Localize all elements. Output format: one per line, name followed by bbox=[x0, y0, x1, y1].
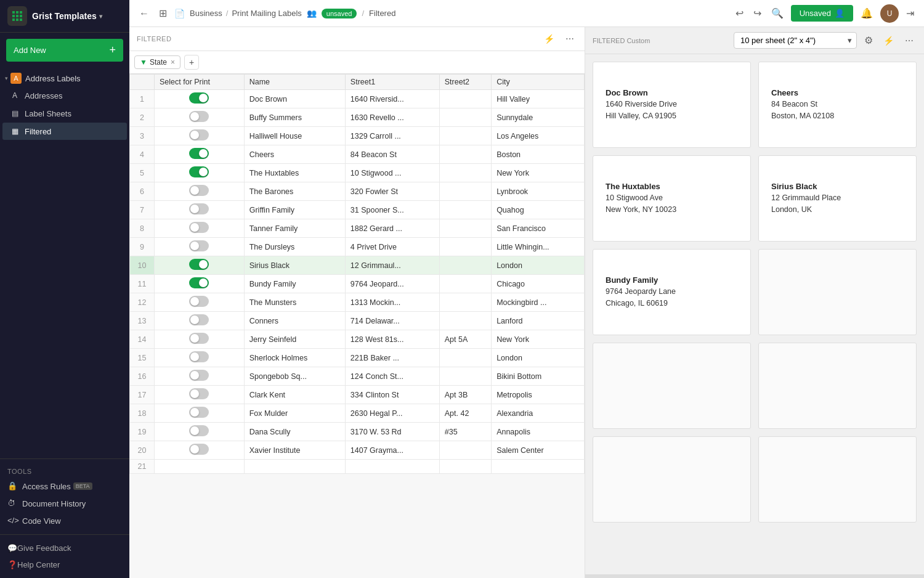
select-for-print-cell[interactable] bbox=[155, 349, 245, 367]
sidebar-item-document-history[interactable]: ⏱ Document History bbox=[0, 495, 129, 512]
app-title[interactable]: Grist Templates ▾ bbox=[32, 11, 102, 21]
right-panel-label: FILTERED Custom bbox=[593, 37, 650, 44]
more-right-button[interactable]: ⋯ bbox=[902, 34, 917, 47]
right-scrollbar[interactable] bbox=[585, 574, 924, 578]
feedback-icon: 💬 bbox=[7, 543, 17, 553]
street2-cell bbox=[439, 127, 491, 145]
give-feedback-link[interactable]: 💬 Give Feedback bbox=[0, 540, 129, 556]
select-for-print-cell[interactable] bbox=[155, 404, 245, 423]
name-cell: The Huxtables bbox=[244, 164, 345, 182]
search-button[interactable]: 🔍 bbox=[769, 5, 786, 22]
label-card: Sirius Black12 Grimmauld PlaceLondon, UK bbox=[758, 155, 917, 242]
breadcrumb-print-mailing-labels[interactable]: Print Mailing Labels bbox=[232, 9, 301, 18]
redo-button[interactable]: ↪ bbox=[751, 5, 764, 22]
name-cell: Buffy Summers bbox=[244, 108, 345, 127]
sheet-icon: ▤ bbox=[10, 108, 20, 118]
unsaved-badge[interactable]: unsaved bbox=[322, 9, 357, 18]
select-for-print-cell[interactable] bbox=[155, 108, 245, 127]
view-name: Filtered bbox=[369, 9, 395, 18]
arrow-down-icon: ▾ bbox=[5, 75, 8, 81]
sidebar-group-address-labels[interactable]: ▾ A Address Labels bbox=[0, 70, 129, 86]
state-filter-chip[interactable]: ▼ State × bbox=[134, 55, 180, 69]
sidebar-toggle-button[interactable]: ⇥ bbox=[904, 5, 917, 22]
label-card bbox=[593, 343, 751, 429]
street1-cell: 84 Beacon St bbox=[345, 145, 439, 164]
label-line: Chicago, IL 60619 bbox=[606, 298, 738, 309]
city-cell: London bbox=[492, 256, 585, 275]
col-header-street1[interactable]: Street1 bbox=[345, 75, 439, 90]
label-line: 84 Beacon St bbox=[771, 99, 904, 110]
select-for-print-cell[interactable] bbox=[155, 219, 245, 238]
sheet-dropdown[interactable]: 10 per sheet (2" x 4")30 per sheet (1" x… bbox=[734, 32, 857, 49]
breadcrumb-business[interactable]: Business bbox=[190, 9, 222, 18]
row-number: 14 bbox=[130, 330, 155, 349]
select-for-print-cell[interactable] bbox=[155, 238, 245, 256]
sidebar-item-label-sheets[interactable]: ▤ Label Sheets bbox=[2, 105, 127, 122]
select-for-print-cell[interactable] bbox=[155, 275, 245, 293]
select-for-print-cell[interactable] bbox=[155, 460, 245, 474]
select-for-print-cell[interactable] bbox=[155, 367, 245, 386]
bell-button[interactable]: 🔔 bbox=[858, 5, 875, 22]
street1-cell: 4 Privet Drive bbox=[345, 238, 439, 256]
city-cell: San Francisco bbox=[492, 219, 585, 238]
code-icon: </> bbox=[7, 516, 17, 526]
select-for-print-cell[interactable] bbox=[155, 386, 245, 404]
col-header-street2[interactable]: Street2 bbox=[439, 75, 491, 90]
sidebar-item-filtered[interactable]: ▦ Filtered bbox=[2, 123, 127, 140]
label-row bbox=[593, 436, 917, 523]
labels-grid: Doc Brown1640 Riverside DriveHill Valley… bbox=[585, 54, 924, 574]
row-number: 1 bbox=[130, 90, 155, 108]
filter-right-button[interactable]: ⚡ bbox=[880, 34, 897, 47]
select-for-print-cell[interactable] bbox=[155, 182, 245, 201]
sidebar-item-access-rules[interactable]: 🔒 Access Rules BETA bbox=[0, 478, 129, 495]
select-for-print-cell[interactable] bbox=[155, 201, 245, 219]
back-button[interactable]: ← bbox=[137, 6, 152, 22]
row-number: 6 bbox=[130, 182, 155, 201]
filter-chips-row: ▼ State × + bbox=[129, 51, 585, 74]
sidebar-item-addresses[interactable]: A Addresses bbox=[2, 87, 127, 104]
label-card: Doc Brown1640 Riverside DriveHill Valley… bbox=[593, 62, 751, 148]
view-toggle-button[interactable]: ⊞ bbox=[156, 5, 169, 22]
save-button[interactable]: Unsaved 👤 bbox=[791, 5, 853, 22]
table-row: 11Bundy Family9764 Jeopard...Chicago bbox=[130, 275, 585, 293]
undo-button[interactable]: ↩ bbox=[733, 5, 746, 22]
city-cell: Lanford bbox=[492, 312, 585, 330]
col-header-select-for-print[interactable]: Select for Print bbox=[155, 75, 245, 90]
plus-icon: + bbox=[109, 44, 116, 57]
avatar[interactable]: U bbox=[880, 4, 899, 23]
select-for-print-cell[interactable] bbox=[155, 256, 245, 275]
group-name: Address Labels bbox=[25, 74, 81, 83]
add-filter-button[interactable]: + bbox=[184, 55, 199, 70]
select-for-print-cell[interactable] bbox=[155, 330, 245, 349]
street2-cell: #35 bbox=[439, 423, 491, 441]
select-for-print-cell[interactable] bbox=[155, 164, 245, 182]
filter-icon-button[interactable]: ⚡ bbox=[541, 32, 557, 46]
table-wrapper[interactable]: Select for Print Name Street1 Street2 Ci… bbox=[129, 74, 585, 578]
more-options-button[interactable]: ⋯ bbox=[562, 32, 577, 46]
col-header-city[interactable]: City bbox=[492, 75, 585, 90]
select-for-print-cell[interactable] bbox=[155, 127, 245, 145]
chevron-down-icon: ▾ bbox=[99, 13, 102, 20]
chip-close-icon[interactable]: × bbox=[171, 58, 175, 67]
table-row: 2Buffy Summers1630 Revello ...Sunnydale bbox=[130, 108, 585, 127]
select-for-print-cell[interactable] bbox=[155, 90, 245, 108]
settings-button[interactable]: ⚙ bbox=[862, 32, 875, 49]
select-for-print-cell[interactable] bbox=[155, 441, 245, 460]
select-for-print-cell[interactable] bbox=[155, 145, 245, 164]
sidebar-section-address-labels: ▾ A Address Labels A Addresses ▤ Label S… bbox=[0, 68, 129, 143]
street2-cell bbox=[439, 441, 491, 460]
help-center-link[interactable]: ❓ Help Center bbox=[0, 556, 129, 573]
city-cell: Bikini Bottom bbox=[492, 367, 585, 386]
col-header-name[interactable]: Name bbox=[244, 75, 345, 90]
table-row: 15Sherlock Holmes221B Baker ...London bbox=[130, 349, 585, 367]
select-for-print-cell[interactable] bbox=[155, 312, 245, 330]
select-for-print-cell[interactable] bbox=[155, 423, 245, 441]
sidebar-item-code-view[interactable]: </> Code View bbox=[0, 512, 129, 529]
name-cell: Conners bbox=[244, 312, 345, 330]
city-cell: Chicago bbox=[492, 275, 585, 293]
select-for-print-cell[interactable] bbox=[155, 293, 245, 312]
svg-rect-5 bbox=[20, 15, 22, 17]
add-new-button[interactable]: Add New + bbox=[6, 39, 123, 62]
table-row: 21 bbox=[130, 460, 585, 474]
table-row: 5The Huxtables10 Stigwood ...New York bbox=[130, 164, 585, 182]
